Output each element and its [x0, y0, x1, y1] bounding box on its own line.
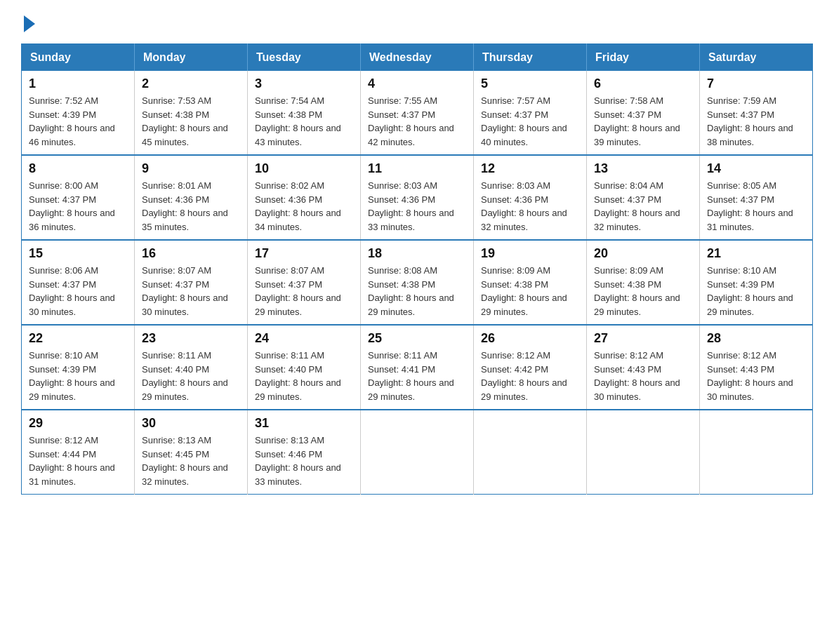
day-number: 6: [594, 76, 692, 91]
daylight-label: Daylight: 8 hours and 30 minutes.: [707, 377, 793, 402]
daylight-label: Daylight: 8 hours and 29 minutes.: [594, 293, 680, 317]
day-number: 21: [707, 246, 805, 261]
day-info: Sunrise: 8:08 AM Sunset: 4:38 PM Dayligh…: [368, 264, 466, 318]
sunset-label: Sunset: 4:37 PM: [481, 109, 548, 120]
daylight-label: Daylight: 8 hours and 32 minutes.: [142, 462, 228, 487]
day-info: Sunrise: 7:54 AM Sunset: 4:38 PM Dayligh…: [255, 94, 353, 149]
sunrise-label: Sunrise: 8:02 AM: [255, 180, 324, 191]
daylight-label: Daylight: 8 hours and 36 minutes.: [29, 208, 115, 232]
day-info: Sunrise: 8:12 AM Sunset: 4:42 PM Dayligh…: [481, 349, 579, 403]
day-info: Sunrise: 8:04 AM Sunset: 4:37 PM Dayligh…: [594, 179, 692, 234]
day-number: 31: [255, 416, 353, 431]
sunrise-label: Sunrise: 8:06 AM: [29, 265, 98, 276]
daylight-label: Daylight: 8 hours and 33 minutes.: [255, 462, 341, 487]
calendar-cell: 22 Sunrise: 8:10 AM Sunset: 4:39 PM Dayl…: [22, 325, 135, 410]
daylight-label: Daylight: 8 hours and 29 minutes.: [255, 293, 341, 317]
daylight-label: Daylight: 8 hours and 32 minutes.: [481, 208, 567, 232]
day-number: 7: [707, 76, 805, 91]
sunrise-label: Sunrise: 7:59 AM: [707, 95, 776, 106]
day-info: Sunrise: 7:55 AM Sunset: 4:37 PM Dayligh…: [368, 94, 466, 149]
daylight-label: Daylight: 8 hours and 33 minutes.: [368, 208, 454, 232]
daylight-label: Daylight: 8 hours and 34 minutes.: [255, 208, 341, 232]
calendar-cell: 2 Sunrise: 7:53 AM Sunset: 4:38 PM Dayli…: [135, 71, 248, 155]
daylight-label: Daylight: 8 hours and 45 minutes.: [142, 123, 228, 147]
sunset-label: Sunset: 4:37 PM: [142, 279, 209, 290]
sunset-label: Sunset: 4:37 PM: [29, 194, 96, 205]
sunrise-label: Sunrise: 7:55 AM: [368, 95, 437, 106]
sunset-label: Sunset: 4:36 PM: [368, 194, 435, 205]
sunset-label: Sunset: 4:37 PM: [255, 279, 322, 290]
day-number: 5: [481, 76, 579, 91]
calendar-cell: [700, 410, 813, 495]
daylight-label: Daylight: 8 hours and 29 minutes.: [707, 293, 793, 317]
column-header-friday: Friday: [587, 44, 700, 72]
day-info: Sunrise: 8:09 AM Sunset: 4:38 PM Dayligh…: [481, 264, 579, 318]
daylight-label: Daylight: 8 hours and 29 minutes.: [368, 293, 454, 317]
page-header: [21, 14, 813, 29]
day-info: Sunrise: 8:12 AM Sunset: 4:43 PM Dayligh…: [707, 349, 805, 403]
sunset-label: Sunset: 4:37 PM: [594, 109, 661, 120]
sunrise-label: Sunrise: 8:00 AM: [29, 180, 98, 191]
calendar-cell: 12 Sunrise: 8:03 AM Sunset: 4:36 PM Dayl…: [474, 155, 587, 240]
sunset-label: Sunset: 4:40 PM: [255, 364, 322, 375]
day-number: 11: [368, 161, 466, 176]
calendar-cell: 18 Sunrise: 8:08 AM Sunset: 4:38 PM Dayl…: [361, 240, 474, 325]
day-info: Sunrise: 8:11 AM Sunset: 4:41 PM Dayligh…: [368, 349, 466, 403]
sunset-label: Sunset: 4:36 PM: [255, 194, 322, 205]
sunset-label: Sunset: 4:37 PM: [594, 194, 661, 205]
sunrise-label: Sunrise: 7:54 AM: [255, 95, 324, 106]
calendar-cell: [587, 410, 700, 495]
calendar-cell: 21 Sunrise: 8:10 AM Sunset: 4:39 PM Dayl…: [700, 240, 813, 325]
day-number: 26: [481, 331, 579, 346]
daylight-label: Daylight: 8 hours and 29 minutes.: [29, 377, 115, 402]
calendar-week-row: 22 Sunrise: 8:10 AM Sunset: 4:39 PM Dayl…: [22, 325, 813, 410]
daylight-label: Daylight: 8 hours and 30 minutes.: [29, 293, 115, 317]
day-info: Sunrise: 8:07 AM Sunset: 4:37 PM Dayligh…: [255, 264, 353, 318]
day-number: 10: [255, 161, 353, 176]
calendar-cell: 25 Sunrise: 8:11 AM Sunset: 4:41 PM Dayl…: [361, 325, 474, 410]
sunset-label: Sunset: 4:38 PM: [255, 109, 322, 120]
daylight-label: Daylight: 8 hours and 31 minutes.: [707, 208, 793, 232]
calendar-cell: 28 Sunrise: 8:12 AM Sunset: 4:43 PM Dayl…: [700, 325, 813, 410]
column-header-wednesday: Wednesday: [361, 44, 474, 72]
sunset-label: Sunset: 4:39 PM: [707, 279, 774, 290]
sunrise-label: Sunrise: 8:08 AM: [368, 265, 437, 276]
daylight-label: Daylight: 8 hours and 29 minutes.: [255, 377, 341, 402]
calendar-week-row: 8 Sunrise: 8:00 AM Sunset: 4:37 PM Dayli…: [22, 155, 813, 240]
sunrise-label: Sunrise: 8:09 AM: [481, 265, 550, 276]
day-info: Sunrise: 8:00 AM Sunset: 4:37 PM Dayligh…: [29, 179, 127, 234]
calendar-cell: 24 Sunrise: 8:11 AM Sunset: 4:40 PM Dayl…: [248, 325, 361, 410]
sunset-label: Sunset: 4:36 PM: [142, 194, 209, 205]
day-number: 29: [29, 416, 127, 431]
calendar-cell: 11 Sunrise: 8:03 AM Sunset: 4:36 PM Dayl…: [361, 155, 474, 240]
day-info: Sunrise: 7:53 AM Sunset: 4:38 PM Dayligh…: [142, 94, 240, 149]
daylight-label: Daylight: 8 hours and 29 minutes.: [368, 377, 454, 402]
calendar-cell: 4 Sunrise: 7:55 AM Sunset: 4:37 PM Dayli…: [361, 71, 474, 155]
day-info: Sunrise: 8:11 AM Sunset: 4:40 PM Dayligh…: [255, 349, 353, 403]
sunset-label: Sunset: 4:38 PM: [368, 279, 435, 290]
sunrise-label: Sunrise: 8:05 AM: [707, 180, 776, 191]
day-number: 8: [29, 161, 127, 176]
column-header-sunday: Sunday: [22, 44, 135, 72]
day-number: 18: [368, 246, 466, 261]
sunset-label: Sunset: 4:37 PM: [368, 109, 435, 120]
calendar-cell: 31 Sunrise: 8:13 AM Sunset: 4:46 PM Dayl…: [248, 410, 361, 495]
calendar-cell: 14 Sunrise: 8:05 AM Sunset: 4:37 PM Dayl…: [700, 155, 813, 240]
calendar-table: SundayMondayTuesdayWednesdayThursdayFrid…: [21, 43, 813, 495]
daylight-label: Daylight: 8 hours and 29 minutes.: [481, 293, 567, 317]
day-info: Sunrise: 8:09 AM Sunset: 4:38 PM Dayligh…: [594, 264, 692, 318]
day-info: Sunrise: 7:58 AM Sunset: 4:37 PM Dayligh…: [594, 94, 692, 149]
day-info: Sunrise: 8:03 AM Sunset: 4:36 PM Dayligh…: [368, 179, 466, 234]
sunrise-label: Sunrise: 8:11 AM: [368, 350, 437, 361]
daylight-label: Daylight: 8 hours and 35 minutes.: [142, 208, 228, 232]
calendar-cell: 8 Sunrise: 8:00 AM Sunset: 4:37 PM Dayli…: [22, 155, 135, 240]
calendar-cell: [474, 410, 587, 495]
day-number: 12: [481, 161, 579, 176]
day-number: 3: [255, 76, 353, 91]
sunrise-label: Sunrise: 8:11 AM: [142, 350, 211, 361]
calendar-cell: 29 Sunrise: 8:12 AM Sunset: 4:44 PM Dayl…: [22, 410, 135, 495]
calendar-cell: 13 Sunrise: 8:04 AM Sunset: 4:37 PM Dayl…: [587, 155, 700, 240]
column-header-tuesday: Tuesday: [248, 44, 361, 72]
day-number: 15: [29, 246, 127, 261]
sunrise-label: Sunrise: 8:12 AM: [29, 435, 98, 445]
